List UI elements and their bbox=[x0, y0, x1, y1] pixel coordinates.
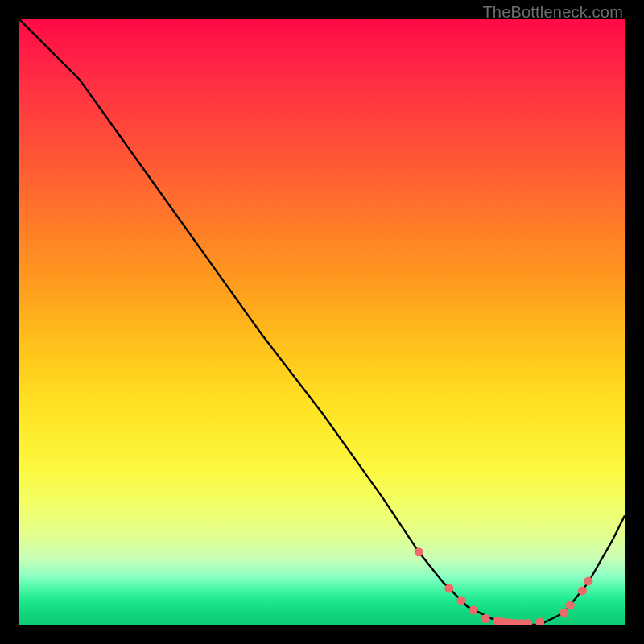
bottleneck-curve-path bbox=[19, 19, 625, 625]
curve-marker bbox=[457, 596, 466, 605]
curve-marker bbox=[584, 576, 592, 585]
curve-svg bbox=[19, 19, 625, 625]
curve-marker bbox=[415, 547, 423, 556]
curve-marker bbox=[469, 606, 478, 615]
curve-marker bbox=[523, 619, 532, 625]
curve-marker bbox=[535, 618, 544, 625]
curve-marker bbox=[559, 609, 568, 617]
curve-marker bbox=[578, 586, 587, 595]
curve-marker bbox=[566, 601, 575, 609]
curve-marker bbox=[481, 614, 490, 623]
curve-marker bbox=[444, 584, 453, 592]
plot-area bbox=[19, 19, 625, 625]
chart-frame: TheBottleneck.com bbox=[0, 0, 644, 644]
marker-group bbox=[415, 547, 593, 625]
